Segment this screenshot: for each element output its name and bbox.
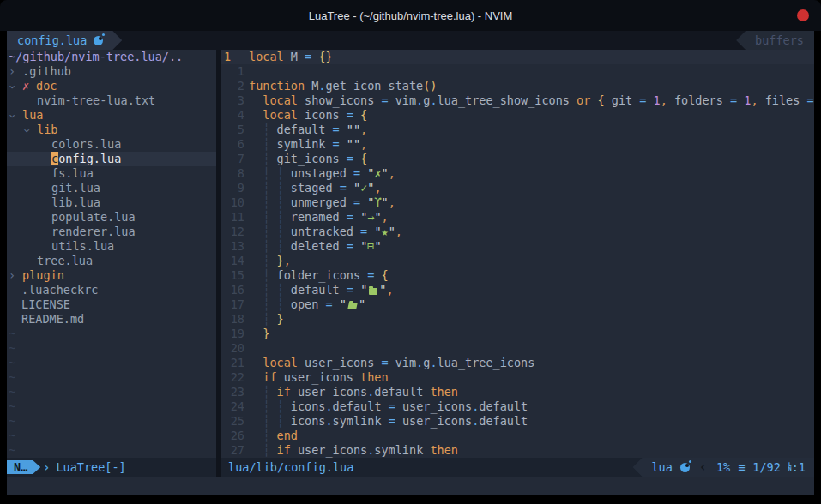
- tree-item[interactable]: fs.lua: [7, 166, 216, 181]
- code-token: (): [423, 79, 437, 93]
- code-token: user_icons: [395, 399, 472, 413]
- file-tree-window: ~/github/nvim-tree.lua/..›.github›✗docnv…: [7, 50, 216, 458]
- tree-item[interactable]: nvim-tree-lua.txt: [7, 93, 216, 108]
- tree-item[interactable]: .luacheckrc: [7, 283, 216, 297]
- code-token: open: [291, 297, 326, 311]
- empty-line-tilde: ~: [7, 429, 216, 443]
- tree-item[interactable]: renderer.lua: [7, 225, 216, 239]
- scroll-percent: 1%: [716, 460, 730, 474]
- code-token: git: [605, 93, 640, 107]
- code-line[interactable]: 23 ┆ if user_icons.default then: [221, 385, 814, 399]
- code-line[interactable]: 24 ┆ ┆ icons.default = user_icons.defaul…: [221, 399, 814, 414]
- line-number: 12: [221, 225, 244, 239]
- tree-item[interactable]: colors.lua: [7, 137, 216, 152]
- code-token: [249, 239, 263, 253]
- tree-item[interactable]: README.md: [7, 312, 216, 327]
- code-token: =: [347, 210, 353, 224]
- code-line[interactable]: 21 local user_icons = vim.g.lua_tree_ico…: [221, 356, 814, 370]
- tree-item[interactable]: tree.lua: [7, 254, 216, 268]
- code-line[interactable]: 22 if user_icons then: [221, 370, 814, 385]
- code-token: [249, 443, 263, 457]
- buffers-segment[interactable]: buffers: [736, 31, 814, 50]
- code-token: {: [353, 152, 367, 165]
- tree-item[interactable]: ›.github: [7, 64, 216, 79]
- tree-item[interactable]: lib.lua: [7, 195, 216, 210]
- tree-item-label: renderer.lua: [51, 225, 136, 238]
- tree-item[interactable]: ›lua: [7, 108, 216, 123]
- code-line[interactable]: 1: [221, 64, 814, 79]
- code-line[interactable]: 3 local show_icons = vim.g.lua_tree_show…: [221, 93, 814, 108]
- code-line[interactable]: 17 ┆ ┆ open = "": [221, 297, 814, 312]
- code-token: default: [479, 399, 528, 413]
- chevron-down-icon: ›: [9, 79, 22, 93]
- code-line[interactable]: 8 ┆ ┆ unstaged = "✗",: [221, 166, 814, 181]
- code-token: ,: [389, 166, 395, 180]
- command-line[interactable]: [7, 477, 814, 495]
- code-token: ,: [389, 195, 395, 209]
- tree-item[interactable]: config.lua: [7, 152, 216, 166]
- code-line[interactable]: 4 local icons = {: [221, 108, 814, 123]
- code-line[interactable]: 11 ┆ ┆ renamed = "→",: [221, 210, 814, 225]
- code-line[interactable]: 2function M.get_icon_state(): [221, 79, 814, 93]
- tree-item-label: .luacheckrc: [21, 283, 98, 297]
- tree-item[interactable]: ~/github/nvim-tree.lua/..: [7, 50, 216, 64]
- code-token: [269, 195, 276, 209]
- code-line[interactable]: 1local M = {}: [221, 50, 814, 64]
- code-line[interactable]: 6 ┆ symlink = "",: [221, 137, 814, 152]
- code-line[interactable]: 19 }: [221, 327, 814, 341]
- tree-item-label: .github: [22, 64, 71, 78]
- close-button[interactable]: [797, 9, 809, 21]
- code-line[interactable]: 18 ┆ }: [221, 312, 814, 327]
- code-token: ,: [284, 254, 291, 267]
- code-token: [284, 283, 291, 297]
- code-line[interactable]: 14 ┆ },: [221, 254, 814, 268]
- code-line[interactable]: 5 ┆ default = "",: [221, 123, 814, 137]
- tree-item[interactable]: ›✗doc: [7, 79, 216, 93]
- code-token: show_icons: [298, 93, 382, 107]
- code-token: icons: [291, 399, 326, 413]
- code-line[interactable]: 12 ┆ ┆ untracked = "★",: [221, 225, 814, 239]
- code-token: [249, 137, 263, 151]
- code-line[interactable]: 15 ┆ folder_icons = {: [221, 268, 814, 283]
- code-line[interactable]: 16 ┆ ┆ default = "",: [221, 283, 814, 297]
- code-token: icons: [298, 108, 347, 122]
- plugin-name-label: LuaTree[-]: [56, 460, 125, 474]
- code-token: ": [353, 239, 367, 253]
- code-line[interactable]: 27 ┆ if user_icons.symlink then: [221, 443, 814, 458]
- code-token: [269, 123, 276, 136]
- tree-item[interactable]: git.lua: [7, 181, 216, 195]
- code-line[interactable]: 10 ┆ ┆ unmerged = "ϒ",: [221, 195, 814, 210]
- tab-config-lua[interactable]: config.lua: [7, 31, 122, 50]
- code-token: ★: [382, 225, 389, 238]
- code-line[interactable]: 9 ┆ ┆ staged = "✓",: [221, 181, 814, 195]
- code-token: =: [381, 356, 388, 369]
- code-token: [284, 166, 291, 180]
- tree-cursor: c: [51, 152, 58, 165]
- tree-item[interactable]: utils.lua: [7, 239, 216, 254]
- code-token: [249, 254, 263, 267]
- tree-item[interactable]: ›lib: [7, 123, 216, 137]
- code-line[interactable]: 26 ┆ end: [221, 429, 814, 443]
- code-token: =: [353, 166, 360, 180]
- code-line[interactable]: 25 ┆ ┆ icons.symlink = user_icons.defaul…: [221, 414, 814, 429]
- tree-item[interactable]: LICENSE: [7, 297, 216, 312]
- code-line[interactable]: 7 ┆ git_icons = {: [221, 152, 814, 166]
- code-token: [249, 414, 263, 428]
- line-number: 20: [221, 341, 244, 356]
- chevron-down-icon: ›: [9, 108, 22, 123]
- tree-item[interactable]: populate.lua: [7, 210, 216, 225]
- code-token: default: [291, 283, 347, 297]
- line-number: 13: [221, 239, 244, 254]
- window-titlebar[interactable]: LuaTree - (~/github/nvim-tree.lua) - NVI…: [0, 0, 821, 31]
- code-token: lua_tree_icons: [438, 356, 535, 369]
- code-line[interactable]: 13 ┆ ┆ deleted = "⊟": [221, 239, 814, 254]
- code-line[interactable]: 20: [221, 341, 814, 356]
- tree-item-label: git.lua: [51, 181, 100, 195]
- code-token: ": [333, 297, 347, 311]
- code-token: then: [430, 385, 458, 399]
- code-token: =: [305, 50, 311, 63]
- code-token: =: [340, 181, 347, 195]
- chevron-right-icon: ›: [9, 268, 22, 283]
- code-token: [269, 166, 276, 180]
- tree-item[interactable]: ›plugin: [7, 268, 216, 283]
